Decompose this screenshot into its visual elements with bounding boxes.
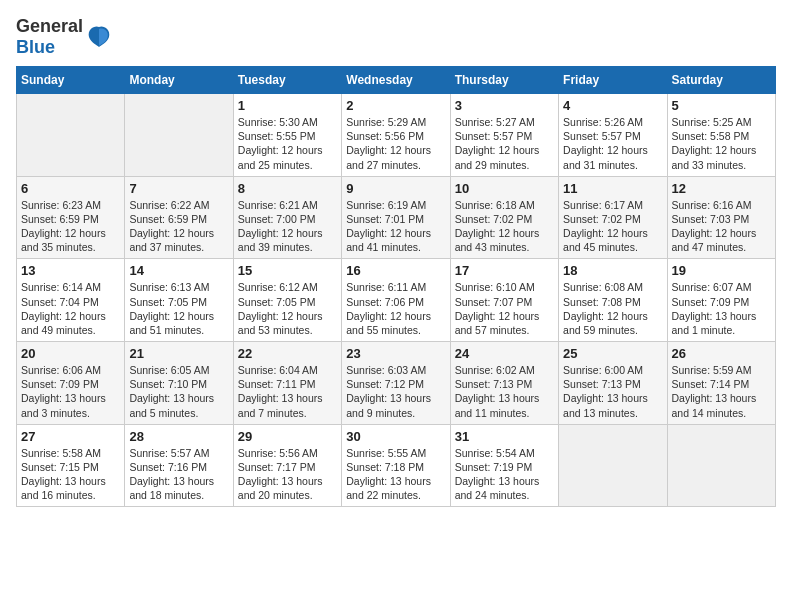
day-info: Sunrise: 5:25 AM Sunset: 5:58 PM Dayligh… [672,115,771,172]
header-sunday: Sunday [17,67,125,94]
calendar-cell: 3Sunrise: 5:27 AM Sunset: 5:57 PM Daylig… [450,94,558,177]
day-info: Sunrise: 6:21 AM Sunset: 7:00 PM Dayligh… [238,198,337,255]
header-tuesday: Tuesday [233,67,341,94]
calendar-cell: 25Sunrise: 6:00 AM Sunset: 7:13 PM Dayli… [559,342,667,425]
day-info: Sunrise: 6:13 AM Sunset: 7:05 PM Dayligh… [129,280,228,337]
day-number: 23 [346,346,445,361]
calendar-cell: 15Sunrise: 6:12 AM Sunset: 7:05 PM Dayli… [233,259,341,342]
day-number: 15 [238,263,337,278]
day-info: Sunrise: 5:27 AM Sunset: 5:57 PM Dayligh… [455,115,554,172]
day-info: Sunrise: 6:14 AM Sunset: 7:04 PM Dayligh… [21,280,120,337]
day-number: 31 [455,429,554,444]
calendar-cell: 18Sunrise: 6:08 AM Sunset: 7:08 PM Dayli… [559,259,667,342]
logo-blue-text: Blue [16,37,55,57]
page-header: General Blue [16,16,776,58]
day-info: Sunrise: 5:29 AM Sunset: 5:56 PM Dayligh… [346,115,445,172]
day-number: 16 [346,263,445,278]
calendar-week-row: 20Sunrise: 6:06 AM Sunset: 7:09 PM Dayli… [17,342,776,425]
day-info: Sunrise: 6:07 AM Sunset: 7:09 PM Dayligh… [672,280,771,337]
calendar-cell: 1Sunrise: 5:30 AM Sunset: 5:55 PM Daylig… [233,94,341,177]
day-info: Sunrise: 6:11 AM Sunset: 7:06 PM Dayligh… [346,280,445,337]
day-number: 27 [21,429,120,444]
day-number: 26 [672,346,771,361]
calendar-cell [667,424,775,507]
day-number: 29 [238,429,337,444]
day-number: 3 [455,98,554,113]
logo-general-text: General [16,16,83,36]
day-number: 8 [238,181,337,196]
day-info: Sunrise: 6:08 AM Sunset: 7:08 PM Dayligh… [563,280,662,337]
day-info: Sunrise: 5:55 AM Sunset: 7:18 PM Dayligh… [346,446,445,503]
day-number: 25 [563,346,662,361]
day-info: Sunrise: 5:56 AM Sunset: 7:17 PM Dayligh… [238,446,337,503]
day-info: Sunrise: 6:03 AM Sunset: 7:12 PM Dayligh… [346,363,445,420]
day-info: Sunrise: 6:00 AM Sunset: 7:13 PM Dayligh… [563,363,662,420]
day-number: 11 [563,181,662,196]
calendar-cell [125,94,233,177]
calendar-table: SundayMondayTuesdayWednesdayThursdayFrid… [16,66,776,507]
day-number: 2 [346,98,445,113]
day-number: 6 [21,181,120,196]
day-info: Sunrise: 5:26 AM Sunset: 5:57 PM Dayligh… [563,115,662,172]
day-info: Sunrise: 6:12 AM Sunset: 7:05 PM Dayligh… [238,280,337,337]
header-wednesday: Wednesday [342,67,450,94]
calendar-cell: 10Sunrise: 6:18 AM Sunset: 7:02 PM Dayli… [450,176,558,259]
header-thursday: Thursday [450,67,558,94]
calendar-cell: 11Sunrise: 6:17 AM Sunset: 7:02 PM Dayli… [559,176,667,259]
calendar-cell: 16Sunrise: 6:11 AM Sunset: 7:06 PM Dayli… [342,259,450,342]
logo-bird-icon [85,23,113,51]
day-info: Sunrise: 6:17 AM Sunset: 7:02 PM Dayligh… [563,198,662,255]
day-number: 4 [563,98,662,113]
day-number: 7 [129,181,228,196]
day-info: Sunrise: 6:06 AM Sunset: 7:09 PM Dayligh… [21,363,120,420]
day-info: Sunrise: 6:05 AM Sunset: 7:10 PM Dayligh… [129,363,228,420]
day-number: 22 [238,346,337,361]
day-info: Sunrise: 5:57 AM Sunset: 7:16 PM Dayligh… [129,446,228,503]
day-info: Sunrise: 5:54 AM Sunset: 7:19 PM Dayligh… [455,446,554,503]
header-friday: Friday [559,67,667,94]
day-info: Sunrise: 6:16 AM Sunset: 7:03 PM Dayligh… [672,198,771,255]
calendar-cell: 6Sunrise: 6:23 AM Sunset: 6:59 PM Daylig… [17,176,125,259]
header-monday: Monday [125,67,233,94]
day-info: Sunrise: 5:59 AM Sunset: 7:14 PM Dayligh… [672,363,771,420]
day-info: Sunrise: 5:30 AM Sunset: 5:55 PM Dayligh… [238,115,337,172]
calendar-cell: 29Sunrise: 5:56 AM Sunset: 7:17 PM Dayli… [233,424,341,507]
day-number: 18 [563,263,662,278]
calendar-cell: 7Sunrise: 6:22 AM Sunset: 6:59 PM Daylig… [125,176,233,259]
calendar-cell: 2Sunrise: 5:29 AM Sunset: 5:56 PM Daylig… [342,94,450,177]
calendar-cell: 13Sunrise: 6:14 AM Sunset: 7:04 PM Dayli… [17,259,125,342]
day-number: 24 [455,346,554,361]
day-info: Sunrise: 6:02 AM Sunset: 7:13 PM Dayligh… [455,363,554,420]
calendar-cell: 4Sunrise: 5:26 AM Sunset: 5:57 PM Daylig… [559,94,667,177]
calendar-cell: 23Sunrise: 6:03 AM Sunset: 7:12 PM Dayli… [342,342,450,425]
day-number: 12 [672,181,771,196]
day-number: 5 [672,98,771,113]
calendar-cell: 5Sunrise: 5:25 AM Sunset: 5:58 PM Daylig… [667,94,775,177]
day-number: 10 [455,181,554,196]
day-info: Sunrise: 6:10 AM Sunset: 7:07 PM Dayligh… [455,280,554,337]
day-info: Sunrise: 6:19 AM Sunset: 7:01 PM Dayligh… [346,198,445,255]
calendar-cell: 12Sunrise: 6:16 AM Sunset: 7:03 PM Dayli… [667,176,775,259]
calendar-cell: 19Sunrise: 6:07 AM Sunset: 7:09 PM Dayli… [667,259,775,342]
day-number: 13 [21,263,120,278]
calendar-cell: 24Sunrise: 6:02 AM Sunset: 7:13 PM Dayli… [450,342,558,425]
calendar-cell: 26Sunrise: 5:59 AM Sunset: 7:14 PM Dayli… [667,342,775,425]
header-saturday: Saturday [667,67,775,94]
day-number: 30 [346,429,445,444]
day-number: 1 [238,98,337,113]
calendar-cell: 17Sunrise: 6:10 AM Sunset: 7:07 PM Dayli… [450,259,558,342]
day-number: 17 [455,263,554,278]
day-info: Sunrise: 5:58 AM Sunset: 7:15 PM Dayligh… [21,446,120,503]
calendar-cell: 31Sunrise: 5:54 AM Sunset: 7:19 PM Dayli… [450,424,558,507]
day-number: 9 [346,181,445,196]
calendar-cell: 28Sunrise: 5:57 AM Sunset: 7:16 PM Dayli… [125,424,233,507]
calendar-cell: 20Sunrise: 6:06 AM Sunset: 7:09 PM Dayli… [17,342,125,425]
calendar-cell: 22Sunrise: 6:04 AM Sunset: 7:11 PM Dayli… [233,342,341,425]
calendar-week-row: 6Sunrise: 6:23 AM Sunset: 6:59 PM Daylig… [17,176,776,259]
calendar-week-row: 27Sunrise: 5:58 AM Sunset: 7:15 PM Dayli… [17,424,776,507]
calendar-cell: 8Sunrise: 6:21 AM Sunset: 7:00 PM Daylig… [233,176,341,259]
day-number: 21 [129,346,228,361]
logo: General Blue [16,16,113,58]
calendar-header-row: SundayMondayTuesdayWednesdayThursdayFrid… [17,67,776,94]
calendar-cell: 27Sunrise: 5:58 AM Sunset: 7:15 PM Dayli… [17,424,125,507]
